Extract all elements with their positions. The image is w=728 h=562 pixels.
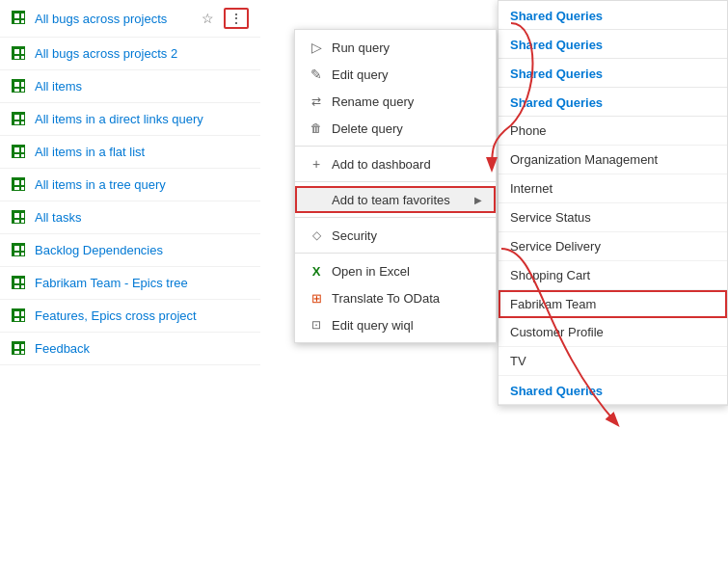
menu-item-translate-odata[interactable]: ⊞ Translate To OData: [295, 284, 496, 311]
run-icon: ▷: [309, 40, 324, 55]
query-item: All items: [0, 70, 260, 103]
query-label[interactable]: All items in a flat list: [35, 145, 145, 159]
odata-icon: ⊞: [309, 290, 324, 306]
query-item: Features, Epics cross project: [0, 300, 260, 333]
grid-icon: [12, 177, 27, 193]
grid-icon: [12, 11, 27, 26]
menu-item-rename-query[interactable]: ⇄ Rename query: [295, 88, 496, 115]
grid-icon: [12, 46, 27, 62]
query-item: All bugs across projects 2: [0, 38, 260, 70]
menu-item-edit-wiql[interactable]: ⊡ Edit query wiql: [295, 311, 496, 338]
query-item: All bugs across projects ☆ ⋮: [0, 0, 260, 38]
query-label[interactable]: All items: [35, 79, 82, 94]
menu-divider: [295, 253, 496, 254]
team-item-shopping-cart[interactable]: Shopping Cart: [499, 261, 727, 290]
security-icon: ◇: [309, 227, 324, 243]
query-label[interactable]: All tasks: [35, 210, 81, 225]
context-menu: ▷ Run query ✎ Edit query ⇄ Rename query …: [294, 29, 497, 343]
wiql-icon: ⊡: [309, 317, 324, 333]
delete-icon: 🗑: [309, 120, 324, 136]
grid-icon: [12, 276, 27, 291]
grid-icon: [12, 112, 27, 127]
menu-item-edit-query[interactable]: ✎ Edit query: [295, 61, 496, 88]
query-item: Feedback: [0, 333, 260, 365]
grid-icon: [12, 145, 27, 160]
menu-divider: [295, 146, 496, 147]
query-label[interactable]: All items in a direct links query: [35, 112, 203, 126]
team-fav-icon: [309, 192, 324, 207]
team-item-fabrikam-team[interactable]: Fabrikam Team: [499, 290, 727, 318]
team-section-header-2[interactable]: Shared Queries: [499, 30, 727, 59]
query-actions: ☆ ⋮: [198, 8, 249, 29]
menu-item-label: Delete query: [332, 121, 403, 136]
query-label[interactable]: All items in a tree query: [35, 177, 166, 192]
grid-icon: [12, 308, 27, 324]
menu-item-label: Translate To OData: [332, 291, 440, 306]
menu-item-label: Rename query: [332, 94, 414, 109]
query-label[interactable]: Fabrikam Team - Epics tree: [35, 276, 188, 290]
menu-item-run-query[interactable]: ▷ Run query: [295, 34, 496, 61]
query-item: Fabrikam Team - Epics tree: [0, 267, 260, 300]
team-item-phone[interactable]: Phone: [499, 117, 727, 146]
menu-divider: [295, 181, 496, 182]
query-item: All items in a tree query: [0, 169, 260, 201]
grid-icon: [12, 341, 27, 357]
team-section-header-1[interactable]: Shared Queries: [499, 1, 727, 30]
star-button[interactable]: ☆: [198, 10, 218, 27]
team-section-header-4[interactable]: Shared Queries: [499, 88, 727, 117]
edit-icon: ✎: [309, 67, 324, 82]
menu-item-add-team-favorites[interactable]: Add to team favorites ▶: [295, 186, 496, 213]
query-label[interactable]: Features, Epics cross project: [35, 308, 197, 323]
team-item-org-mgmt[interactable]: Organization Management: [499, 146, 727, 174]
query-label[interactable]: Backlog Dependencies: [35, 243, 163, 257]
query-list: All bugs across projects ☆ ⋮ All bugs ac…: [0, 0, 260, 562]
team-panel: Shared Queries Shared Queries Shared Que…: [498, 0, 728, 406]
team-item-internet[interactable]: Internet: [499, 174, 727, 203]
grid-icon: [12, 243, 27, 258]
menu-item-add-dashboard[interactable]: + Add to dashboard: [295, 150, 496, 177]
query-label[interactable]: Feedback: [35, 341, 90, 356]
menu-item-open-excel[interactable]: X Open in Excel: [295, 257, 496, 284]
menu-divider: [295, 217, 496, 218]
menu-item-label: Add to team favorites: [332, 193, 450, 207]
menu-item-label: Edit query: [332, 67, 389, 82]
more-button[interactable]: ⋮: [224, 8, 249, 29]
team-item-service-delivery[interactable]: Service Delivery: [499, 232, 727, 261]
query-label[interactable]: All bugs across projects 2: [35, 46, 177, 61]
team-section-footer[interactable]: Shared Queries: [499, 376, 727, 405]
menu-item-label: Open in Excel: [332, 264, 410, 279]
query-item: Backlog Dependencies: [0, 234, 260, 267]
team-section-header-3[interactable]: Shared Queries: [499, 59, 727, 88]
team-item-customer-profile[interactable]: Customer Profile: [499, 318, 727, 347]
menu-item-label: Edit query wiql: [332, 318, 414, 333]
menu-item-security[interactable]: ◇ Security: [295, 222, 496, 249]
team-item-service-status[interactable]: Service Status: [499, 203, 727, 232]
menu-item-label: Security: [332, 228, 377, 243]
grid-icon: [12, 79, 27, 94]
add-icon: +: [309, 156, 324, 172]
menu-item-label: Add to dashboard: [332, 157, 431, 172]
submenu-arrow-icon: ▶: [474, 195, 482, 205]
query-label[interactable]: All bugs across projects: [35, 12, 167, 26]
rename-icon: ⇄: [309, 94, 324, 109]
query-item: All items in a flat list: [0, 136, 260, 169]
grid-icon: [12, 210, 27, 226]
query-item: All tasks: [0, 201, 260, 234]
query-item: All items in a direct links query: [0, 103, 260, 136]
menu-item-delete-query[interactable]: 🗑 Delete query: [295, 115, 496, 142]
excel-icon: X: [309, 263, 324, 279]
team-item-tv[interactable]: TV: [499, 347, 727, 376]
menu-item-label: Run query: [332, 40, 390, 55]
